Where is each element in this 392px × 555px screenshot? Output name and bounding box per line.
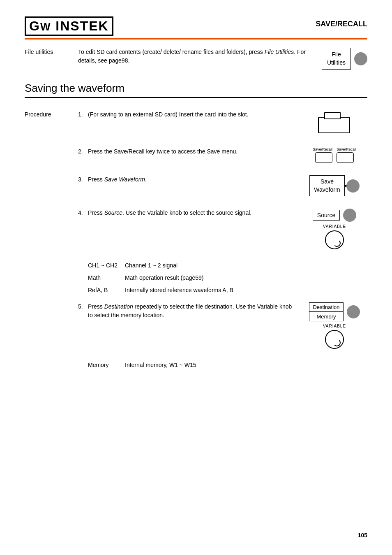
source-btn-area: Source xyxy=(313,209,356,222)
signal-val-math: Math operation result (page59) xyxy=(125,274,377,282)
page-header: GW INSTEK SAVE/RECALL xyxy=(25,16,367,36)
page-title: SAVE/RECALL xyxy=(316,16,367,28)
variable-knob-4[interactable] xyxy=(325,230,344,249)
file-utilities-btn[interactable]: File Utilities xyxy=(322,48,351,70)
signal-key-refa: RefA, B xyxy=(88,286,125,295)
step-4-text: Press Source. Use the Variable knob to s… xyxy=(88,209,293,217)
file-utilities-content: To edit SD card contents (create/ delete… xyxy=(78,48,314,65)
saverecall-btn-2[interactable] xyxy=(337,152,354,163)
step-2: 2. Press the Save/Recall key twice to ac… xyxy=(78,147,367,163)
save-waveform-btn-area: Save Waveform ► xyxy=(309,175,359,196)
procedure-label: Procedure xyxy=(25,110,78,118)
destination-btn-area: Destination Memory xyxy=(309,302,360,321)
memory-table: Memory Internal memory, W1 ~ W15 xyxy=(88,361,377,369)
step-4-visual: Source VARIABLE xyxy=(302,209,367,249)
procedure-section: Procedure 1. (For saving to an external … xyxy=(25,110,367,378)
signal-val-ch: Channel 1 ~ 2 signal xyxy=(125,262,377,270)
variable-knob-5[interactable] xyxy=(325,330,344,349)
saverecall-btn-1[interactable] xyxy=(315,152,332,163)
arrow-right-icon: ► xyxy=(344,183,348,189)
memory-label: Memory xyxy=(309,312,343,321)
source-circle-btn[interactable] xyxy=(343,209,356,222)
signal-row-ch: CH1 ~ CH2 Channel 1 ~ 2 signal xyxy=(88,262,377,270)
file-utilities-btn-line2: Utilities xyxy=(327,59,346,67)
step-1: 1. (For saving to an external SD card) I… xyxy=(78,110,367,135)
step-3-text: Press Save Waveform. xyxy=(88,175,293,184)
signal-key-math: Math xyxy=(88,274,125,282)
memory-row: Memory Internal memory, W1 ~ W15 xyxy=(88,361,377,369)
saverecall-label-1: Save/Recall xyxy=(313,147,332,151)
step-1-visual: S₂ xyxy=(302,110,367,135)
step-5: 5. Press Destination repeatedly to selec… xyxy=(78,302,367,349)
sd-card-illustration: S₂ xyxy=(316,110,353,135)
step-5-text: Press Destination repeatedly to select t… xyxy=(88,302,293,320)
save-waveform-btn[interactable]: Save Waveform ► xyxy=(309,175,344,196)
saverecall-label-2: Save/Recall xyxy=(337,147,356,151)
step-1-number: 1. xyxy=(78,110,88,118)
save-waveform-line2: Waveform xyxy=(314,186,340,194)
logo-instek: INSTEK xyxy=(55,19,108,33)
memory-val: Internal memory, W1 ~ W15 xyxy=(125,361,377,369)
variable-label-5: VARIABLE xyxy=(323,324,346,328)
step-2-number: 2. xyxy=(78,147,88,155)
step-3-number: 3. xyxy=(78,175,88,183)
saverecall-buttons xyxy=(315,152,354,163)
source-btn[interactable]: Source xyxy=(313,210,340,221)
file-utilities-section: File utilities To edit SD card contents … xyxy=(25,48,367,70)
step-5-visual: Destination Memory VARIABLE xyxy=(302,302,367,349)
header-divider xyxy=(25,38,367,39)
variable-label-4: VARIABLE xyxy=(323,224,346,229)
destination-label: Destination xyxy=(309,303,343,312)
section-heading: Saving the waveform xyxy=(25,82,367,95)
file-utilities-text: To edit SD card contents (create/ delete… xyxy=(78,49,306,64)
step-1-text: (For saving to an external SD card) Inse… xyxy=(88,110,293,119)
signal-val-refa: Internally stored reference waveforms A,… xyxy=(125,286,377,295)
sd-slot xyxy=(318,117,350,133)
page-number: 105 xyxy=(358,532,367,539)
file-utilities-btn-line1: File xyxy=(327,51,346,59)
logo-gw: GW xyxy=(29,19,51,33)
logo: GW INSTEK xyxy=(25,16,113,36)
file-utilities-label: File utilities xyxy=(25,48,78,55)
saverecall-labels: Save/Recall Save/Recall xyxy=(313,147,356,151)
step-5-number: 5. xyxy=(78,302,88,310)
memory-key: Memory xyxy=(88,361,125,369)
step-3: 3. Press Save Waveform. Save Waveform ► xyxy=(78,175,367,196)
step-3-visual: Save Waveform ► xyxy=(302,175,367,196)
file-utilities-circle-btn[interactable] xyxy=(354,52,367,65)
sd-card xyxy=(324,112,341,119)
step-2-text: Press the Save/Recall key twice to acces… xyxy=(88,147,293,156)
signal-row-math: Math Math operation result (page59) xyxy=(88,274,377,282)
destination-circle-btn[interactable] xyxy=(347,305,360,318)
variable-section-5: VARIABLE xyxy=(323,324,346,349)
procedure-steps: 1. (For saving to an external SD card) I… xyxy=(78,110,367,378)
save-waveform-box-wrap: Save Waveform ► xyxy=(309,175,344,196)
section-divider xyxy=(25,97,367,98)
file-utilities-button-area: File Utilities xyxy=(322,48,367,70)
signal-key-ch: CH1 ~ CH2 xyxy=(88,262,125,270)
step-4-number: 4. xyxy=(78,209,88,216)
step-2-visual: Save/Recall Save/Recall xyxy=(302,147,367,163)
destination-memory-box[interactable]: Destination Memory xyxy=(309,302,343,321)
save-waveform-line1: Save xyxy=(314,178,340,186)
step-4: 4. Press Source. Use the Variable knob t… xyxy=(78,209,367,249)
signal-row-refa: RefA, B Internally stored reference wave… xyxy=(88,286,377,295)
variable-section-4: VARIABLE xyxy=(323,224,346,249)
signal-table: CH1 ~ CH2 Channel 1 ~ 2 signal Math Math… xyxy=(88,262,377,294)
